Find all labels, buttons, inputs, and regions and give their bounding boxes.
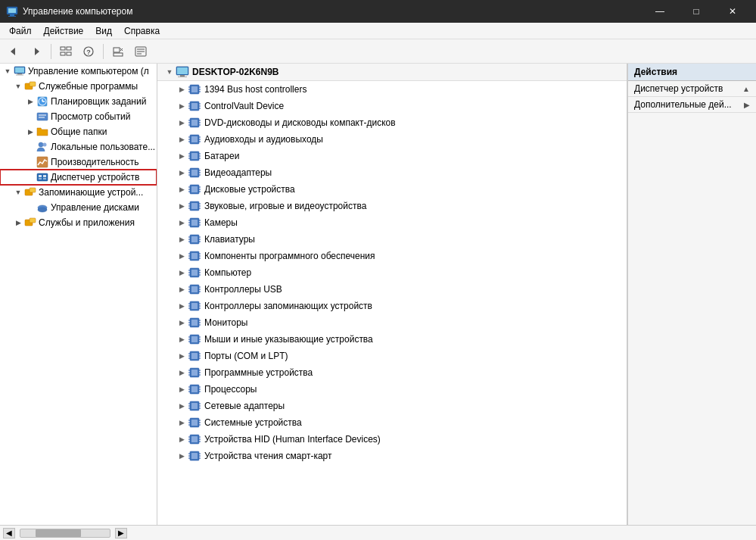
device-category-icon-8 — [188, 216, 201, 229]
svg-rect-53 — [191, 86, 198, 92]
action-devmanager-label: Диспетчер устройств — [634, 83, 723, 94]
tree-item-folders[interactable]: ▶ Общие папки — [0, 124, 157, 139]
device-category-label-7: Звуковые, игровые и видеоустройства — [204, 201, 366, 211]
device-category-item[interactable]: ▶ Устройства чтения смарт-карт — [157, 448, 627, 464]
folders-icon — [36, 126, 48, 138]
action-more[interactable]: Дополнительные дей... ▶ — [628, 97, 756, 113]
device-category-icon-15 — [188, 332, 201, 346]
device-category-item[interactable]: ▶ Аудиовходы и аудиовыходы — [157, 131, 627, 148]
maximize-button[interactable]: □ — [679, 0, 714, 23]
device-category-label-17: Программные устройства — [204, 367, 313, 378]
tree-item-svcapp[interactable]: ▶ Службы и приложения — [0, 215, 157, 230]
forward-button[interactable] — [26, 42, 47, 61]
device-expand-icon-18: ▶ — [176, 383, 188, 395]
tree-item-perf[interactable]: ▶ Производительность — [0, 155, 157, 170]
properties-button[interactable] — [130, 42, 151, 61]
tree-item-storage[interactable]: ▼ Запоминающие устрой... — [0, 185, 157, 200]
device-category-item[interactable]: ▶ Системные устройства — [157, 414, 627, 431]
device-expand-icon-2: ▶ — [176, 117, 188, 129]
svg-rect-213 — [191, 420, 198, 426]
device-expand-icon-10: ▶ — [176, 250, 188, 262]
device-category-item[interactable]: ▶ Видеоадаптеры — [157, 164, 627, 181]
svg-rect-125 — [191, 236, 198, 242]
svg-rect-165 — [191, 320, 198, 326]
tree-root[interactable]: ▼ Управление компьютером (л — [0, 64, 157, 79]
device-category-item[interactable]: ▶ Дисковые устройства — [157, 181, 627, 198]
computer-header-item[interactable]: ▼ DESKTOP-02K6N9B — [157, 64, 627, 81]
device-category-icon-21 — [188, 432, 201, 446]
device-category-item[interactable]: ▶ Мониторы — [157, 314, 627, 331]
device-category-item[interactable]: ▶ Процессоры — [157, 381, 627, 398]
device-category-icon-13 — [188, 299, 201, 313]
svg-rect-42 — [30, 188, 36, 192]
device-expand-icon-19: ▶ — [176, 400, 188, 412]
device-category-item[interactable]: ▶ 1394 Bus host controllers — [157, 81, 627, 98]
device-category-item[interactable]: ▶ Батареи — [157, 148, 627, 164]
toolbar-separator-2 — [103, 44, 104, 59]
device-category-label-15: Мыши и иные указывающие устройства — [204, 334, 373, 345]
device-category-icon-0 — [188, 83, 201, 96]
close-button[interactable]: ✕ — [715, 0, 750, 23]
menu-view[interactable]: Вид — [89, 24, 118, 38]
device-category-label-9: Клавиатуры — [204, 234, 255, 245]
tree-item-scheduler[interactable]: ▶ Планировщик заданий — [0, 94, 157, 109]
svg-rect-141 — [191, 270, 198, 276]
device-category-label-6: Дисковые устройства — [204, 184, 295, 195]
device-expand-icon-17: ▶ — [176, 367, 188, 379]
device-category-item[interactable]: ▶ Мыши и иные указывающие устройства — [157, 331, 627, 348]
device-category-icon-20 — [188, 416, 201, 429]
help-button[interactable]: ? — [78, 42, 99, 61]
device-category-item[interactable]: ▶ DVD-дисководы и дисководы компакт-диск… — [157, 114, 627, 131]
device-category-item[interactable]: ▶ Камеры — [157, 214, 627, 231]
menu-help[interactable]: Справка — [118, 24, 166, 38]
svg-rect-51 — [178, 76, 187, 77]
storage-expand-icon: ▼ — [12, 186, 24, 198]
services-expand-icon: ▼ — [12, 80, 24, 92]
tree-item-users[interactable]: ▶ Локальные пользовате... — [0, 139, 157, 155]
device-category-item[interactable]: ▶ Клавиатуры — [157, 231, 627, 248]
device-category-item[interactable]: ▶ Сетевые адаптеры — [157, 398, 627, 414]
action-devmanager[interactable]: Диспетчер устройств ▲ — [628, 81, 756, 97]
tree-item-devmanager[interactable]: ▶ Диспетчер устройств — [0, 170, 157, 185]
device-category-item[interactable]: ▶ Программные устройства — [157, 364, 627, 381]
device-list: ▶ 1394 Bus host controllers ▶ ControlVau… — [157, 81, 627, 464]
tree-scheduler-label: Планировщик заданий — [51, 96, 146, 107]
device-category-item[interactable]: ▶ Контроллеры USB — [157, 281, 627, 298]
svg-rect-47 — [30, 218, 36, 223]
minimize-button[interactable]: — — [642, 0, 677, 23]
show-tree-button[interactable] — [55, 42, 76, 61]
tree-item-services[interactable]: ▼ Служебные программы — [0, 79, 157, 94]
svg-rect-1 — [8, 8, 16, 13]
menu-action[interactable]: Действие — [38, 24, 90, 38]
device-category-item[interactable]: ▶ ControlVault Device — [157, 98, 627, 114]
action-more-arrow: ▶ — [744, 101, 750, 109]
device-category-item[interactable]: ▶ Устройства HID (Human Interface Device… — [157, 431, 627, 448]
menu-file[interactable]: Файл — [3, 24, 38, 38]
horizontal-scrollbar[interactable] — [20, 529, 110, 538]
device-category-label-18: Процессоры — [204, 384, 257, 395]
svg-rect-12 — [114, 53, 123, 56]
device-category-item[interactable]: ▶ Контроллеры запоминающих устройств — [157, 298, 627, 314]
devmanager-icon — [36, 171, 48, 183]
device-category-icon-17 — [188, 366, 201, 379]
device-category-label-4: Батареи — [204, 151, 239, 161]
export-button[interactable] — [107, 42, 129, 61]
tree-devmanager-label: Диспетчер устройств — [51, 172, 139, 183]
scroll-left-button[interactable]: ◀ — [3, 528, 15, 538]
storage-icon — [24, 186, 36, 198]
back-button[interactable] — [3, 42, 24, 61]
tree-users-label: Локальные пользовате... — [51, 142, 155, 152]
computer-name-label: DESKTOP-02K6N9B — [192, 67, 278, 77]
device-category-item[interactable]: ▶ Порты (COM и LPT) — [157, 348, 627, 364]
device-category-item[interactable]: ▶ Компоненты программного обеспечения — [157, 248, 627, 264]
device-category-icon-14 — [188, 316, 201, 329]
device-category-item[interactable]: ▶ Компьютер — [157, 264, 627, 281]
svg-rect-77 — [191, 136, 198, 142]
tree-item-events[interactable]: ▶ Просмотр событий — [0, 109, 157, 124]
device-category-icon-12 — [188, 282, 201, 296]
device-category-item[interactable]: ▶ Звуковые, игровые и видеоустройства — [157, 198, 627, 214]
device-category-label-11: Компьютер — [204, 267, 251, 278]
scroll-right-button[interactable]: ▶ — [115, 528, 127, 538]
tree-item-diskmgmt[interactable]: ▶ Управление дисками — [0, 200, 157, 215]
svg-rect-40 — [43, 178, 46, 179]
